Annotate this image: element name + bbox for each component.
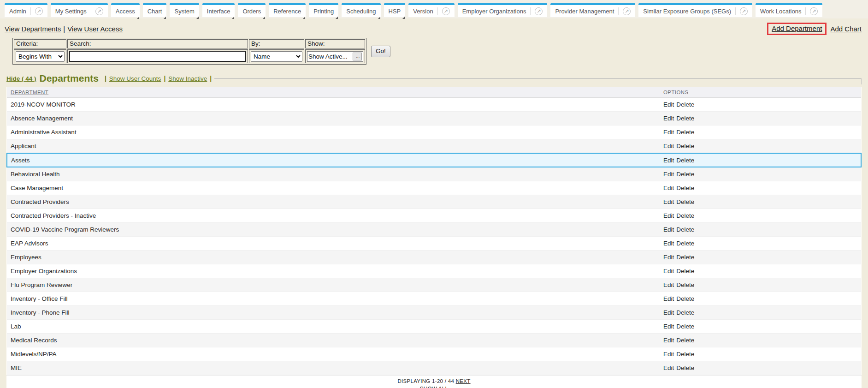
nav-tab-my-settings[interactable]: My Settings↗ — [51, 3, 108, 17]
delete-link[interactable]: Delete — [676, 295, 694, 302]
nav-tab-work-locations[interactable]: Work Locations↗ — [756, 3, 822, 17]
table-row[interactable]: Flu Program ReviewerEditDelete — [7, 278, 861, 292]
edit-link[interactable]: Edit — [663, 268, 674, 275]
delete-link[interactable]: Delete — [676, 323, 694, 330]
nav-tab-version[interactable]: Version↗ — [408, 3, 454, 17]
view-user-access-link[interactable]: View User Access — [67, 25, 123, 33]
delete-link[interactable]: Delete — [676, 212, 694, 219]
by-select[interactable]: Name — [251, 51, 302, 62]
show-all-link[interactable]: SHOW ALL — [420, 386, 448, 388]
table-row[interactable]: 2019-NCOV MONITOREditDelete — [7, 98, 861, 112]
nav-tab-provider-management[interactable]: Provider Management↗ — [550, 3, 635, 17]
show-filter-box[interactable]: Show Active... ... — [307, 51, 363, 62]
department-name-cell: Applicant — [7, 139, 660, 154]
nav-tab-access[interactable]: Access — [111, 3, 140, 17]
show-user-counts-link[interactable]: Show User Counts — [109, 75, 161, 82]
edit-link[interactable]: Edit — [663, 115, 674, 122]
table-row[interactable]: MIEEditDelete — [7, 361, 861, 375]
view-departments-link[interactable]: View Departments — [5, 25, 61, 33]
table-row[interactable]: EAP AdvisorsEditDelete — [7, 237, 861, 251]
nav-tab-similar-exposure-groups-segs[interactable]: Similar Exposure Groups (SEGs)↗ — [638, 3, 752, 17]
add-chart-link[interactable]: Add Chart — [830, 25, 862, 33]
external-link-icon[interactable]: ↗ — [442, 7, 450, 15]
go-button[interactable]: Go! — [371, 46, 390, 57]
hide-count-link[interactable]: Hide ( 44 ) — [6, 75, 36, 82]
nav-tab-printing[interactable]: Printing — [309, 3, 338, 17]
table-row[interactable]: Inventory - Office FillEditDelete — [7, 292, 861, 306]
department-sort-link[interactable]: DEPARTMENT — [11, 90, 48, 95]
edit-link[interactable]: Edit — [663, 171, 674, 178]
nav-tab-admin[interactable]: Admin↗ — [5, 3, 47, 17]
show-inactive-link[interactable]: Show Inactive — [168, 75, 207, 82]
external-link-icon[interactable]: ↗ — [95, 7, 103, 15]
table-row[interactable]: Inventory - Phone FillEditDelete — [7, 306, 861, 320]
table-row[interactable]: AssetsEditDelete — [7, 153, 861, 167]
table-row[interactable]: EmployeesEditDelete — [7, 251, 861, 264]
table-row[interactable]: Employer OrganizationsEditDelete — [7, 264, 861, 278]
next-page-link[interactable]: NEXT — [456, 378, 471, 384]
delete-link[interactable]: Delete — [676, 337, 694, 344]
table-row[interactable]: Medical RecordsEditDelete — [7, 334, 861, 347]
delete-link[interactable]: Delete — [676, 157, 694, 164]
edit-link[interactable]: Edit — [663, 185, 674, 191]
edit-link[interactable]: Edit — [663, 254, 674, 261]
edit-link[interactable]: Edit — [663, 101, 674, 108]
delete-link[interactable]: Delete — [676, 364, 694, 371]
delete-link[interactable]: Delete — [676, 171, 694, 178]
add-department-link[interactable]: Add Department — [772, 24, 822, 32]
edit-link[interactable]: Edit — [663, 129, 674, 136]
table-row[interactable]: Contracted ProvidersEditDelete — [7, 195, 861, 209]
table-row[interactable]: Administrative AssistantEditDelete — [7, 125, 861, 139]
edit-link[interactable]: Edit — [663, 212, 674, 219]
edit-link[interactable]: Edit — [663, 157, 674, 164]
edit-link[interactable]: Edit — [663, 198, 674, 205]
delete-link[interactable]: Delete — [676, 101, 694, 108]
search-input[interactable] — [69, 51, 246, 62]
show-filter-more-button[interactable]: ... — [353, 53, 362, 60]
table-row[interactable]: LabEditDelete — [7, 320, 861, 334]
edit-link[interactable]: Edit — [663, 240, 674, 247]
edit-link[interactable]: Edit — [663, 337, 674, 344]
external-link-icon[interactable]: ↗ — [623, 7, 631, 15]
nav-tab-orders[interactable]: Orders — [238, 3, 266, 17]
edit-link[interactable]: Edit — [663, 364, 674, 371]
table-row[interactable]: Absence ManagementEditDelete — [7, 112, 861, 125]
external-link-icon[interactable]: ↗ — [535, 7, 543, 15]
table-row[interactable]: Case ManagementEditDelete — [7, 181, 861, 195]
criteria-select[interactable]: Begins With — [16, 51, 65, 62]
external-link-icon[interactable]: ↗ — [35, 7, 43, 15]
nav-tab-hsp[interactable]: HSP — [384, 3, 406, 17]
delete-link[interactable]: Delete — [676, 185, 694, 191]
nav-tab-interface[interactable]: Interface — [202, 3, 235, 17]
delete-link[interactable]: Delete — [676, 240, 694, 247]
table-row[interactable]: Contracted Providers - InactiveEditDelet… — [7, 209, 861, 223]
nav-tab-reference[interactable]: Reference — [269, 3, 306, 17]
delete-link[interactable]: Delete — [676, 351, 694, 358]
edit-link[interactable]: Edit — [663, 323, 674, 330]
nav-tab-chart[interactable]: Chart — [143, 3, 167, 17]
edit-link[interactable]: Edit — [663, 143, 674, 149]
delete-link[interactable]: Delete — [676, 143, 694, 149]
table-row[interactable]: Midlevels/NP/PAEditDelete — [7, 347, 861, 361]
delete-link[interactable]: Delete — [676, 268, 694, 275]
table-row[interactable]: COVID-19 Vaccine Program ReviewersEditDe… — [7, 223, 861, 237]
edit-link[interactable]: Edit — [663, 295, 674, 302]
delete-link[interactable]: Delete — [676, 198, 694, 205]
delete-link[interactable]: Delete — [676, 309, 694, 316]
table-row[interactable]: Behavioral HealthEditDelete — [7, 167, 861, 181]
delete-link[interactable]: Delete — [676, 281, 694, 288]
nav-tab-employer-organizations[interactable]: Employer Organizations↗ — [458, 3, 548, 17]
nav-tab-system[interactable]: System — [170, 3, 199, 17]
external-link-icon[interactable]: ↗ — [740, 7, 748, 15]
edit-link[interactable]: Edit — [663, 351, 674, 358]
nav-tab-scheduling[interactable]: Scheduling — [342, 3, 380, 17]
delete-link[interactable]: Delete — [676, 254, 694, 261]
edit-link[interactable]: Edit — [663, 226, 674, 233]
external-link-icon[interactable]: ↗ — [810, 7, 818, 15]
edit-link[interactable]: Edit — [663, 281, 674, 288]
table-row[interactable]: ApplicantEditDelete — [7, 139, 861, 154]
delete-link[interactable]: Delete — [676, 115, 694, 122]
delete-link[interactable]: Delete — [676, 226, 694, 233]
edit-link[interactable]: Edit — [663, 309, 674, 316]
delete-link[interactable]: Delete — [676, 129, 694, 136]
